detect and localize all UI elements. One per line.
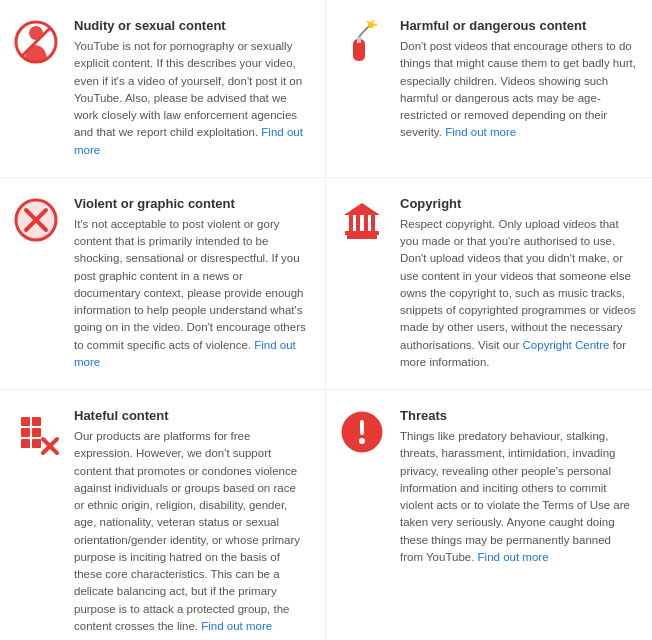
- svg-rect-25: [32, 439, 41, 448]
- svg-rect-21: [32, 417, 41, 426]
- svg-rect-17: [364, 215, 368, 231]
- svg-line-7: [372, 20, 374, 22]
- harmful-title: Harmful or dangerous content: [400, 18, 636, 33]
- harmful-text-area: Harmful or dangerous content Don't post …: [400, 18, 636, 142]
- svg-rect-22: [21, 428, 30, 437]
- svg-rect-13: [347, 235, 377, 239]
- section-nudity: Nudity or sexual content YouTube is not …: [0, 0, 326, 178]
- hateful-icon: [12, 408, 60, 456]
- svg-point-31: [359, 438, 365, 444]
- svg-rect-16: [356, 215, 360, 231]
- copyright-title: Copyright: [400, 196, 636, 211]
- hateful-text-area: Hateful content Our products are platfor…: [74, 408, 309, 635]
- svg-rect-15: [349, 215, 353, 231]
- svg-rect-20: [21, 417, 30, 426]
- violent-title: Violent or graphic content: [74, 196, 309, 211]
- copyright-icon: [338, 196, 386, 244]
- hateful-body: Our products are platforms for free expr…: [74, 428, 309, 635]
- violent-body: It's not acceptable to post violent or g…: [74, 216, 309, 371]
- section-threats: Threats Things like predatory behaviour,…: [326, 390, 652, 640]
- nudity-title: Nudity or sexual content: [74, 18, 309, 33]
- svg-marker-19: [344, 203, 380, 215]
- harmful-find-out-more[interactable]: Find out more: [445, 126, 516, 138]
- nudity-body: YouTube is not for pornography or sexual…: [74, 38, 309, 159]
- svg-rect-14: [345, 231, 379, 235]
- hateful-find-out-more[interactable]: Find out more: [201, 620, 272, 632]
- svg-rect-23: [32, 428, 41, 437]
- section-harmful: Harmful or dangerous content Don't post …: [326, 0, 652, 178]
- violent-text-area: Violent or graphic content It's not acce…: [74, 196, 309, 371]
- section-violent: Violent or graphic content It's not acce…: [0, 178, 326, 390]
- svg-line-6: [367, 21, 369, 23]
- nudity-icon: [12, 18, 60, 66]
- violent-icon: [12, 196, 60, 244]
- content-grid: Nudity or sexual content YouTube is not …: [0, 0, 652, 640]
- threats-find-out-more[interactable]: Find out more: [478, 551, 549, 563]
- copyright-text-area: Copyright Respect copyright. Only upload…: [400, 196, 636, 371]
- svg-rect-4: [357, 37, 361, 43]
- threats-text-area: Threats Things like predatory behaviour,…: [400, 408, 636, 566]
- section-copyright: Copyright Respect copyright. Only upload…: [326, 178, 652, 390]
- threats-title: Threats: [400, 408, 636, 423]
- threats-icon: [338, 408, 386, 456]
- svg-rect-18: [371, 215, 375, 231]
- copyright-centre-link[interactable]: Copyright Centre: [523, 339, 610, 351]
- svg-rect-30: [360, 420, 364, 435]
- svg-rect-24: [21, 439, 30, 448]
- hateful-title: Hateful content: [74, 408, 309, 423]
- section-hateful: Hateful content Our products are platfor…: [0, 390, 326, 640]
- harmful-icon: [338, 18, 386, 66]
- threats-body: Things like predatory behaviour, stalkin…: [400, 428, 636, 566]
- nudity-text-area: Nudity or sexual content YouTube is not …: [74, 18, 309, 159]
- copyright-body: Respect copyright. Only upload videos th…: [400, 216, 636, 371]
- harmful-body: Don't post videos that encourage others …: [400, 38, 636, 142]
